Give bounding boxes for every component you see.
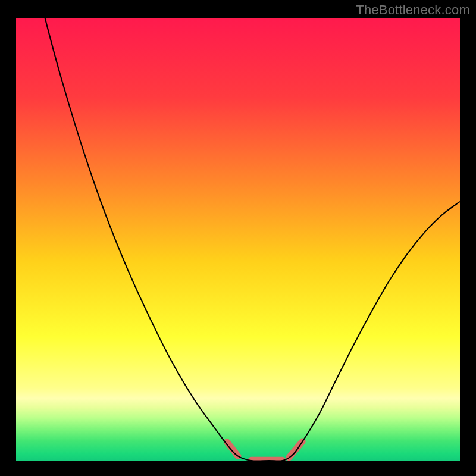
gradient-background — [16, 18, 460, 461]
bottleneck-chart — [0, 0, 476, 476]
watermark-text: TheBottleneck.com — [356, 2, 470, 18]
chart-frame: TheBottleneck.com — [0, 0, 476, 476]
